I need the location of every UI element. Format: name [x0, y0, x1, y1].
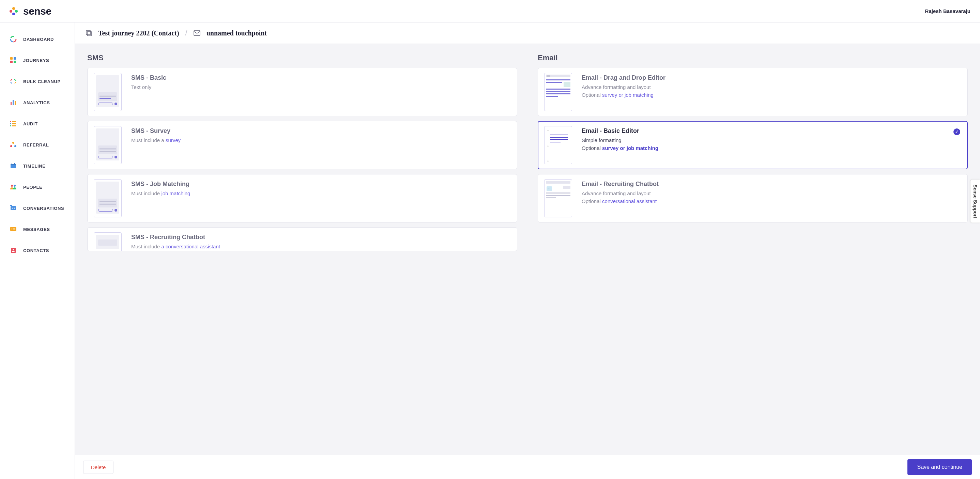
svg-rect-21	[11, 163, 12, 165]
bulk-cleanup-icon	[10, 78, 17, 85]
svg-point-31	[13, 229, 14, 230]
content-area: SMS SMS - Basic Text only	[75, 44, 980, 455]
svg-rect-4	[14, 57, 16, 60]
card-title: SMS - Survey	[131, 127, 511, 135]
sidebar-item-label: AUDIT	[23, 121, 38, 126]
svg-rect-9	[15, 101, 16, 105]
sidebar-item-messages[interactable]: MESSAGES	[0, 219, 75, 240]
sidebar-item-analytics[interactable]: ANALYTICS	[0, 92, 75, 113]
thumb-email-basic	[544, 126, 572, 164]
svg-point-16	[12, 142, 14, 144]
sidebar-item-label: DASHBOARD	[23, 37, 54, 42]
svg-rect-15	[12, 126, 16, 126]
delete-button[interactable]: Delete	[83, 461, 113, 474]
dashboard-icon	[10, 35, 17, 43]
envelope-icon	[194, 30, 200, 36]
svg-rect-26	[10, 205, 12, 206]
card-email-basic-editor[interactable]: Email - Basic Editor Simple formatting O…	[538, 121, 968, 169]
contacts-icon	[10, 247, 17, 254]
svg-point-32	[14, 229, 15, 230]
svg-rect-6	[14, 60, 16, 63]
card-title: Email - Recruiting Chatbot	[582, 181, 961, 188]
sidebar-item-audit[interactable]: AUDIT	[0, 113, 75, 134]
sidebar-item-people[interactable]: PEOPLE	[0, 177, 75, 197]
svg-point-34	[13, 249, 14, 250]
sidebar-item-contacts[interactable]: CONTACTS	[0, 240, 75, 261]
card-description: Advance formatting and layout	[582, 191, 961, 196]
card-sms-basic[interactable]: SMS - Basic Text only	[87, 68, 517, 116]
card-description: Must include job matching	[131, 191, 511, 196]
people-icon	[10, 183, 17, 191]
messages-icon	[10, 226, 17, 233]
card-title: SMS - Recruiting Chatbot	[131, 234, 511, 241]
sidebar-item-bulk-cleanup[interactable]: BULK CLEANUP	[0, 71, 75, 92]
topbar: sense Rajesh Basavaraju	[0, 0, 980, 22]
conversational-link: a conversational assistant	[161, 243, 220, 249]
card-sms-survey[interactable]: SMS - Survey Must include a survey	[87, 121, 517, 169]
timeline-icon	[10, 162, 17, 170]
card-optional: Optional conversational assistant	[582, 198, 961, 204]
user-menu[interactable]: Rajesh Basavaraju	[925, 8, 970, 14]
save-and-continue-button[interactable]: Save and continue	[907, 459, 972, 475]
card-title: SMS - Basic	[131, 74, 511, 81]
sidebar-item-label: CONVERSATIONS	[23, 206, 64, 211]
sidebar-item-conversations[interactable]: CONVERSATIONS	[0, 197, 75, 219]
card-description: Must include a survey	[131, 137, 511, 143]
svg-rect-3	[10, 57, 13, 60]
logo-icon	[10, 6, 19, 16]
checkmark-icon	[953, 129, 960, 135]
sidebar-item-dashboard[interactable]: DASHBOARD	[0, 29, 75, 50]
svg-point-24	[14, 185, 16, 187]
svg-point-23	[11, 185, 13, 187]
breadcrumb-separator: /	[185, 29, 188, 37]
card-description: Simple formatting	[582, 137, 961, 143]
svg-rect-36	[87, 32, 91, 36]
sidebar-item-label: REFERRAL	[23, 142, 49, 148]
svg-point-18	[14, 145, 16, 147]
card-title: Email - Drag and Drop Editor	[582, 74, 961, 81]
brand-name: sense	[23, 5, 51, 17]
card-optional: Optional survey or job matching	[582, 145, 961, 151]
thumb-sms-basic	[94, 73, 122, 111]
thumb-sms-job-matching	[94, 179, 122, 217]
card-optional: Optional survey or job matching	[582, 92, 961, 98]
stack-icon	[85, 30, 92, 37]
svg-rect-25	[11, 206, 16, 210]
brand-logo[interactable]: sense	[10, 5, 51, 17]
sidebar-item-label: MESSAGES	[23, 227, 50, 232]
svg-point-27	[12, 208, 13, 209]
thumb-sms-survey	[94, 126, 122, 164]
svg-point-28	[14, 208, 15, 209]
thumb-email-chatbot	[544, 179, 572, 217]
breadcrumb: Test journey 2202 (Contact) / unnamed to…	[75, 22, 980, 44]
svg-rect-37	[194, 31, 200, 35]
breadcrumb-touchpoint[interactable]: unnamed touchpoint	[207, 29, 267, 37]
sidebar-item-label: CONTACTS	[23, 248, 49, 253]
svg-rect-12	[10, 123, 11, 124]
survey-job-link: survey or job matching	[602, 92, 654, 98]
card-email-drag-drop[interactable]: Email - Drag and Drop Editor Advance for…	[538, 68, 968, 116]
card-description: Must include a conversational assistant	[131, 243, 511, 249]
conversational-link: conversational assistant	[602, 198, 657, 204]
analytics-icon	[10, 99, 17, 106]
journeys-icon	[10, 57, 17, 64]
conversations-icon	[10, 204, 17, 212]
card-email-recruiting-chatbot[interactable]: Email - Recruiting Chatbot Advance forma…	[538, 174, 968, 223]
email-column-title: Email	[538, 54, 968, 62]
svg-rect-5	[10, 60, 13, 63]
sidebar-item-label: PEOPLE	[23, 185, 42, 190]
card-sms-job-matching[interactable]: SMS - Job Matching Must include job matc…	[87, 174, 517, 223]
card-description: Text only	[131, 84, 511, 90]
thumb-sms-chatbot	[94, 232, 122, 251]
support-tab[interactable]: Sense Support	[970, 179, 980, 223]
sidebar-item-journeys[interactable]: JOURNEYS	[0, 50, 75, 71]
sidebar-item-referral[interactable]: REFERRAL	[0, 134, 75, 155]
sidebar-item-timeline[interactable]: TIMELINE	[0, 155, 75, 177]
footer: Delete Save and continue	[75, 455, 980, 479]
survey-link: survey	[165, 137, 181, 143]
card-sms-recruiting-chatbot[interactable]: SMS - Recruiting Chatbot Must include a …	[87, 227, 517, 251]
svg-rect-13	[12, 123, 16, 124]
breadcrumb-journey[interactable]: Test journey 2202 (Contact)	[98, 29, 179, 37]
card-title: SMS - Job Matching	[131, 181, 511, 188]
sms-column: SMS SMS - Basic Text only	[87, 54, 517, 455]
